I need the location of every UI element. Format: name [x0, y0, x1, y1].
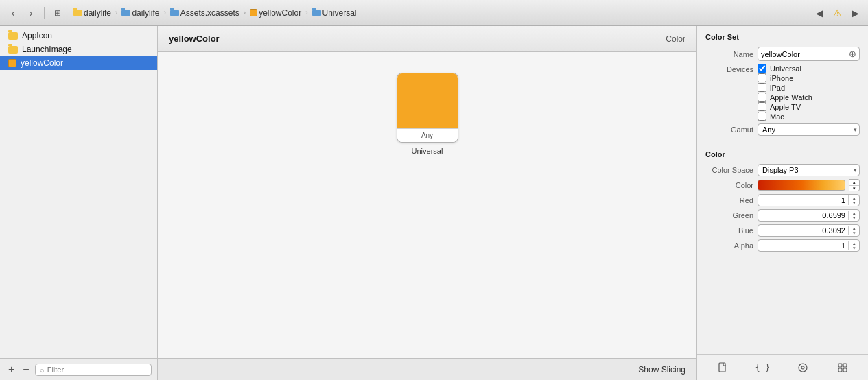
blue-input[interactable] [758, 225, 848, 236]
next-issue-button[interactable]: ▶ [847, 5, 863, 21]
breadcrumb-label: yellowColor [259, 8, 301, 18]
color-set-title: Color Set [697, 32, 868, 45]
add-button[interactable]: + [5, 362, 17, 377]
folder-icon [8, 46, 18, 54]
tab-overview-icon[interactable]: ⊞ [50, 5, 65, 21]
sidebar-item-launchimage[interactable]: LaunchImage [0, 43, 157, 56]
ipad-checkbox[interactable] [758, 83, 766, 92]
gamut-label: Gamut [705, 126, 753, 134]
name-input[interactable] [761, 50, 847, 58]
svg-rect-0 [719, 363, 725, 372]
nav-back-button[interactable]: ‹ [5, 5, 21, 21]
blue-stepper-up[interactable]: ▴ [849, 226, 859, 230]
iphone-checkbox[interactable] [758, 73, 766, 82]
svg-point-1 [799, 364, 807, 372]
color-stepper[interactable]: ▴ ▾ [849, 179, 860, 191]
alpha-stepper-up[interactable]: ▴ [849, 241, 859, 246]
folder-icon [121, 10, 130, 16]
name-label: Name [705, 50, 753, 58]
breadcrumb-arrow: › [115, 9, 117, 16]
color-title: Color [697, 149, 868, 163]
folder-icon [170, 10, 179, 16]
color-swatch-any-label: Any [397, 128, 458, 142]
folder-icon [8, 32, 18, 40]
clear-name-button[interactable]: ⊕ [849, 49, 856, 59]
file-icon [717, 362, 728, 373]
universal-checkbox[interactable] [758, 64, 766, 73]
filter-input[interactable] [47, 366, 147, 374]
breadcrumb-assets[interactable]: Assets.xcassets [167, 7, 242, 19]
mac-checkbox-row[interactable]: Mac [758, 112, 812, 121]
color-stepper-up[interactable]: ▴ [849, 180, 859, 186]
toolbar: ‹ › ⊞ dailylife › dailylife › Assets.xca… [0, 0, 868, 26]
color-stepper-down[interactable]: ▾ [849, 186, 859, 191]
show-slicing-button[interactable]: Show Slicing [638, 365, 685, 375]
color-bar[interactable] [758, 180, 845, 191]
iphone-checkbox-row[interactable]: iPhone [758, 73, 812, 82]
code-icon-button[interactable]: { } [753, 358, 772, 377]
red-input[interactable] [758, 195, 848, 206]
blue-stepper-down[interactable]: ▾ [849, 230, 859, 235]
file-icon-button[interactable] [713, 358, 732, 377]
svg-rect-4 [843, 364, 847, 367]
red-stepper-down[interactable]: ▾ [849, 200, 859, 205]
breadcrumb-label: Assets.xcassets [180, 8, 239, 18]
ipad-checkbox-row[interactable]: iPad [758, 83, 812, 92]
nav-forward-button[interactable]: › [23, 5, 38, 21]
universal-label: Universal [770, 64, 801, 73]
target-icon-button[interactable] [793, 358, 812, 377]
gamut-select[interactable]: Any sRGB P3 [758, 123, 860, 136]
folder-icon [73, 10, 82, 16]
sidebar-list: AppIcon LaunchImage yellowColor [0, 26, 157, 358]
remove-button[interactable]: − [20, 362, 32, 377]
color-swatch-preview [397, 73, 458, 128]
alpha-stepper: ▴ ▾ [848, 241, 859, 250]
color-card-name: Universal [412, 147, 443, 155]
green-input[interactable] [758, 210, 848, 221]
grid-icon-button[interactable] [833, 358, 852, 377]
color-card: Any Universal [397, 73, 458, 155]
color-type-label[interactable]: Color [666, 34, 685, 44]
sidebar-footer: + − ⌕ [0, 358, 157, 380]
green-label: Green [705, 211, 753, 219]
apple-tv-checkbox-row[interactable]: Apple TV [758, 102, 812, 111]
toolbar-right: ◀ ⚠ ▶ [812, 5, 863, 21]
green-stepper-up[interactable]: ▴ [849, 211, 859, 215]
color-icon [250, 9, 257, 16]
mac-checkbox[interactable] [758, 112, 766, 121]
grid-icon [837, 362, 848, 373]
devices-row: Devices Universal iPhone iPad [697, 62, 868, 122]
apple-watch-checkbox-row[interactable]: Apple Watch [758, 93, 812, 102]
red-stepper-up[interactable]: ▴ [849, 195, 859, 200]
breadcrumb-universal[interactable]: Universal [309, 7, 360, 19]
content-body: Any Universal [158, 52, 696, 358]
blue-label: Blue [705, 226, 753, 235]
apple-watch-label: Apple Watch [770, 93, 812, 102]
color-bar-label: Color [705, 181, 753, 189]
breadcrumb-dailylife1[interactable]: dailylife [71, 7, 114, 19]
alpha-input[interactable] [758, 240, 848, 251]
breadcrumb-dailylife2[interactable]: dailylife [119, 7, 162, 19]
apple-watch-checkbox[interactable] [758, 93, 766, 102]
alpha-stepper-down[interactable]: ▾ [849, 246, 859, 250]
breadcrumb-label: dailylife [84, 8, 111, 18]
breadcrumb-arrow: › [244, 9, 246, 16]
green-stepper-down[interactable]: ▾ [849, 215, 859, 220]
apple-tv-checkbox[interactable] [758, 102, 766, 111]
search-icon: ⌕ [40, 366, 45, 374]
svg-rect-3 [838, 364, 842, 367]
sidebar-item-yellowcolor[interactable]: yellowColor [0, 56, 157, 70]
color-section: Color Color Space Display P3 sRGB Generi… [697, 143, 868, 259]
filter-input-wrap: ⌕ [35, 364, 152, 376]
sidebar-item-appicon[interactable]: AppIcon [0, 29, 157, 43]
color-space-select[interactable]: Display P3 sRGB Generic RGB [758, 164, 860, 176]
breadcrumb-yellowcolor[interactable]: yellowColor [247, 7, 304, 19]
red-field-wrap: ▴ ▾ [758, 194, 860, 206]
main-area: AppIcon LaunchImage yellowColor + − ⌕ ye… [0, 26, 868, 380]
inspector-body: Color Set Name ⊕ Devices Universa [697, 26, 868, 354]
color-swatch-container[interactable]: Any [397, 73, 458, 143]
gamut-row: Gamut Any sRGB P3 ▾ [697, 122, 868, 137]
universal-checkbox-row[interactable]: Universal [758, 64, 812, 73]
prev-issue-button[interactable]: ◀ [812, 5, 827, 21]
sidebar-item-label: AppIcon [22, 31, 52, 40]
